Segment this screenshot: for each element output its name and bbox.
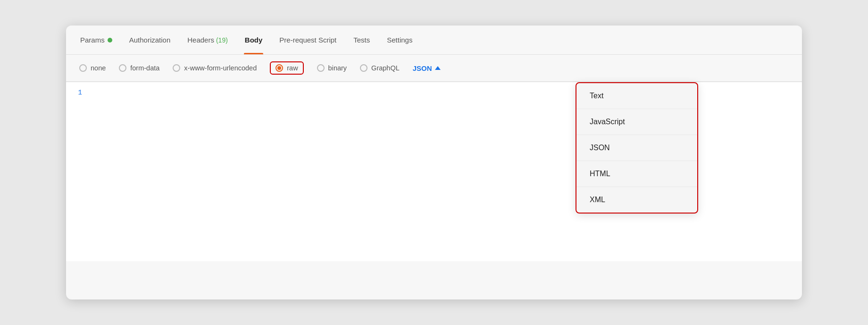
format-option-text[interactable]: Text [576, 83, 697, 109]
tab-body-label: Body [245, 36, 263, 44]
radio-graphql [360, 64, 367, 72]
body-type-bar: none form-data x-www-form-urlencoded raw… [66, 55, 802, 82]
body-type-raw-label: raw [287, 64, 298, 72]
format-option-javascript[interactable]: JavaScript [576, 109, 697, 135]
params-dot [108, 38, 112, 43]
tab-headers-label: Headers [187, 36, 214, 44]
body-type-urlencoded-label: x-www-form-urlencoded [184, 64, 257, 72]
body-type-urlencoded[interactable]: x-www-form-urlencoded [173, 64, 257, 72]
body-type-binary[interactable]: binary [317, 64, 347, 72]
line-number-1: 1 [74, 89, 82, 96]
format-option-xml[interactable]: XML [576, 187, 697, 213]
radio-raw [275, 64, 283, 72]
body-type-graphql-label: GraphQL [371, 64, 400, 72]
body-type-graphql[interactable]: GraphQL [360, 64, 400, 72]
format-option-json[interactable]: JSON [576, 135, 697, 161]
body-type-raw[interactable]: raw [270, 61, 303, 75]
headers-badge: (19) [216, 36, 228, 44]
body-type-none-label: none [91, 64, 106, 72]
tab-tests[interactable]: Tests [352, 26, 371, 54]
tab-body[interactable]: Body [244, 26, 264, 54]
tab-params-label: Params [80, 36, 105, 44]
tab-tests-label: Tests [353, 36, 370, 44]
body-type-form-data-label: form-data [130, 64, 159, 72]
tab-pre-request[interactable]: Pre-request Script [278, 26, 337, 54]
chevron-up-icon [435, 66, 441, 70]
tab-bar: Params Authorization Headers (19) Body P… [66, 26, 802, 55]
json-format-dropdown[interactable]: JSON [413, 64, 441, 72]
radio-urlencoded [173, 64, 180, 72]
tab-headers[interactable]: Headers (19) [186, 26, 229, 54]
body-type-binary-label: binary [328, 64, 347, 72]
body-type-none[interactable]: none [79, 64, 106, 72]
tab-authorization-label: Authorization [129, 36, 171, 44]
json-format-label: JSON [413, 64, 432, 72]
radio-form-data [119, 64, 126, 72]
radio-binary [317, 64, 325, 72]
tab-pre-request-label: Pre-request Script [279, 36, 336, 44]
main-window: Params Authorization Headers (19) Body P… [66, 26, 802, 299]
tab-settings[interactable]: Settings [386, 26, 413, 54]
format-option-html[interactable]: HTML [576, 161, 697, 187]
tab-authorization[interactable]: Authorization [128, 26, 172, 54]
tab-settings-label: Settings [387, 36, 412, 44]
line-numbers: 1 [66, 82, 90, 261]
format-dropdown-menu: Text JavaScript JSON HTML XML [576, 82, 698, 214]
radio-none [79, 64, 87, 72]
editor-area: 1 Text JavaScript JSON HTML XML [66, 82, 802, 261]
body-type-form-data[interactable]: form-data [119, 64, 159, 72]
tab-params[interactable]: Params [79, 26, 113, 54]
